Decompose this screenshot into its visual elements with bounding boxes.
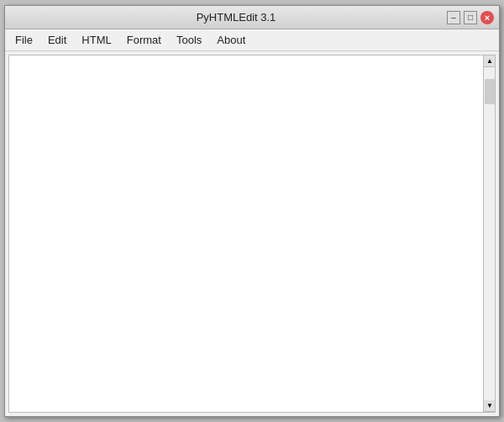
- scrollbar-up-arrow[interactable]: ▲: [484, 55, 496, 67]
- menu-bar: File Edit HTML Format Tools About: [5, 29, 499, 51]
- title-bar: PyHTMLEdit 3.1 – □ ×: [5, 6, 499, 29]
- menu-format[interactable]: Format: [120, 31, 168, 49]
- menu-html[interactable]: HTML: [75, 31, 118, 49]
- window-controls: – □ ×: [447, 11, 494, 24]
- scrollbar[interactable]: ▲ ▼: [483, 55, 495, 412]
- editor-area: ▲ ▼: [8, 55, 496, 413]
- menu-edit[interactable]: Edit: [41, 31, 73, 49]
- window-title: PyHTMLEdit 3.1: [25, 11, 447, 24]
- scrollbar-thumb[interactable]: [485, 79, 495, 104]
- main-window: PyHTMLEdit 3.1 – □ × File Edit HTML Form…: [4, 5, 500, 417]
- menu-about[interactable]: About: [210, 31, 252, 49]
- menu-file[interactable]: File: [8, 31, 39, 49]
- close-button[interactable]: ×: [480, 11, 494, 24]
- editor-textarea[interactable]: [9, 55, 495, 412]
- maximize-button[interactable]: □: [464, 11, 477, 24]
- scrollbar-down-arrow[interactable]: ▼: [484, 400, 496, 412]
- minimize-button[interactable]: –: [447, 11, 460, 24]
- menu-tools[interactable]: Tools: [170, 31, 208, 49]
